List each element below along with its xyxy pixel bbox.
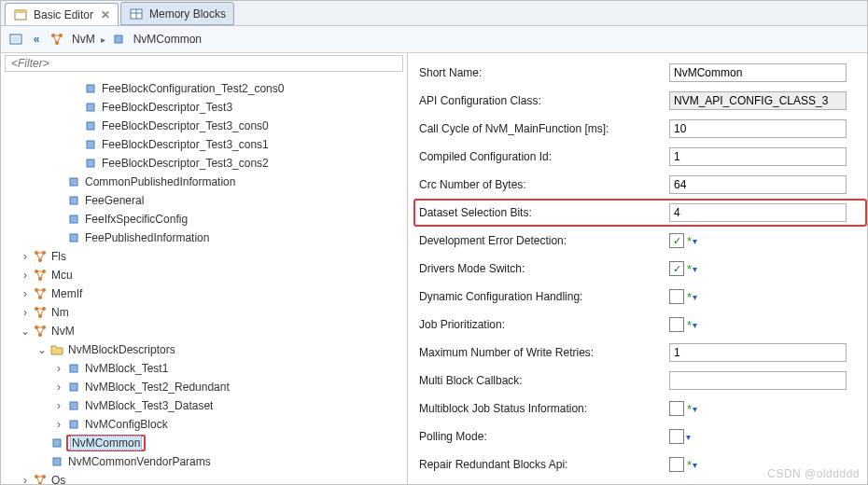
chevron-right-icon[interactable]: › — [51, 399, 66, 412]
property-label: Development Error Detection: — [419, 234, 662, 247]
tab-label: Memory Blocks — [149, 7, 226, 21]
property-input[interactable] — [669, 175, 847, 194]
tree-item[interactable]: ›NvMConfigBlock — [1, 415, 407, 434]
checkbox[interactable] — [669, 289, 684, 304]
tree-item[interactable]: FeeBlockDescriptor_Test3_cons2 — [1, 154, 407, 173]
tree-item[interactable]: ›Nm — [1, 303, 407, 322]
chevron-right-icon[interactable]: › — [51, 362, 66, 375]
dropdown-icon[interactable]: ▾ — [693, 320, 697, 330]
tree-item[interactable]: NvMCommonVendorParams — [1, 452, 407, 471]
tree-item[interactable]: FeeIfxSpecificConfig — [1, 210, 407, 229]
home-icon[interactable] — [8, 32, 23, 47]
chevron-right-icon[interactable]: › — [18, 250, 33, 263]
property-value — [669, 147, 867, 166]
property-input[interactable] — [669, 147, 847, 166]
cube-icon — [66, 398, 81, 413]
property-row: Drivers Mode Switch:✓*▾ — [419, 255, 867, 283]
property-value — [669, 203, 867, 222]
chevron-right-icon[interactable]: › — [51, 381, 66, 394]
dropdown-icon[interactable]: ▾ — [693, 292, 697, 302]
chevron-down-icon[interactable]: ⌄ — [35, 343, 49, 356]
tree-item[interactable]: FeeBlockDescriptor_Test3_cons0 — [1, 117, 407, 135]
property-input[interactable] — [669, 91, 847, 110]
dropdown-icon[interactable]: ▾ — [686, 432, 691, 442]
property-input[interactable] — [669, 63, 847, 82]
toolbar: « NvM ▸ NvMCommon — [1, 26, 867, 53]
property-row: API Configuration Class: — [419, 87, 867, 115]
modified-star-icon: * — [687, 234, 692, 248]
tree-item-label: NvMBlock_Test3_Dataset — [83, 399, 215, 412]
svg-rect-10 — [115, 35, 122, 43]
chevron-right-icon[interactable]: › — [51, 418, 66, 431]
svg-rect-37 — [70, 402, 77, 409]
tree-item[interactable]: FeePublishedInformation — [1, 229, 407, 247]
property-value — [669, 91, 867, 110]
checkbox[interactable] — [669, 401, 684, 416]
tree-item[interactable]: ›Mcu — [1, 266, 407, 284]
property-label: Drivers Mode Switch: — [419, 262, 662, 275]
cube-icon — [49, 436, 64, 450]
config-tree[interactable]: FeeBlockConfiguration_Test2_cons0FeeBloc… — [1, 77, 407, 484]
tree-item[interactable]: FeeBlockDescriptor_Test3_cons1 — [1, 135, 407, 154]
chevron-right-icon[interactable]: › — [18, 287, 33, 300]
tree-panel: FeeBlockConfiguration_Test2_cons0FeeBloc… — [1, 53, 408, 484]
close-icon[interactable]: ✕ — [101, 8, 110, 21]
tree-item-label: CommonPublishedInformation — [83, 175, 237, 188]
chevron-right-icon[interactable]: › — [18, 306, 33, 319]
property-value: *▾ — [669, 289, 867, 304]
modified-star-icon: * — [687, 402, 692, 416]
tree-item[interactable]: ›MemIf — [1, 284, 407, 303]
property-panel: Short Name:API Configuration Class:Call … — [408, 53, 867, 484]
property-input[interactable] — [669, 371, 847, 390]
property-label: API Configuration Class: — [419, 94, 662, 107]
dropdown-icon[interactable]: ▾ — [693, 404, 697, 414]
tab-basic-editor[interactable]: Basic Editor ✕ — [5, 3, 119, 25]
chevron-right-icon[interactable]: › — [18, 269, 33, 282]
modified-star-icon: * — [687, 458, 692, 472]
chevron-down-icon[interactable]: ⌄ — [18, 325, 33, 338]
fold-icon — [49, 342, 64, 357]
tree-item[interactable]: NvMCommon — [1, 434, 407, 452]
back-icon[interactable]: « — [29, 32, 44, 47]
property-label: Short Name: — [419, 66, 662, 79]
dropdown-icon[interactable]: ▾ — [693, 460, 697, 470]
tree-item[interactable]: FeeBlockDescriptor_Test3 — [1, 98, 407, 117]
tree-item-label: FeeGeneral — [83, 194, 146, 207]
checkbox[interactable] — [669, 429, 684, 444]
svg-rect-12 — [87, 104, 94, 111]
tree-item[interactable]: ›Fls — [1, 247, 407, 266]
property-row: Multi Block Callback: — [419, 367, 867, 395]
breadcrumb-root[interactable]: NvM — [72, 33, 95, 46]
property-label: Polling Mode: — [419, 430, 662, 443]
cube-icon — [66, 193, 81, 208]
modified-star-icon: * — [687, 262, 692, 276]
tree-item[interactable]: ⌄NvM — [1, 322, 407, 340]
tree-item[interactable]: FeeBlockConfiguration_Test2_cons0 — [1, 79, 407, 98]
tree-item[interactable]: FeeGeneral — [1, 191, 407, 210]
svg-rect-19 — [70, 234, 77, 242]
svg-rect-1 — [15, 10, 26, 13]
checkbox[interactable] — [669, 317, 684, 332]
tree-item[interactable]: CommonPublishedInformation — [1, 173, 407, 191]
tree-item[interactable]: ›NvMBlock_Test3_Dataset — [1, 396, 407, 415]
tree-item[interactable]: ›NvMBlock_Test1 — [1, 359, 407, 378]
checkbox[interactable]: ✓ — [669, 233, 684, 248]
breadcrumb-leaf[interactable]: NvMCommon — [133, 33, 202, 46]
dropdown-icon[interactable]: ▾ — [693, 264, 697, 274]
tree-item-label: FeeBlockDescriptor_Test3_cons1 — [100, 138, 271, 151]
svg-rect-6 — [12, 36, 20, 42]
checkbox[interactable]: ✓ — [669, 261, 684, 276]
chevron-right-icon[interactable]: › — [18, 474, 33, 484]
tree-item[interactable]: ⌄NvMBlockDescriptors — [1, 340, 407, 359]
property-input[interactable] — [669, 343, 847, 362]
checkbox[interactable] — [669, 457, 684, 472]
filter-input[interactable] — [5, 55, 403, 72]
tree-item-label: Mcu — [49, 269, 75, 282]
dropdown-icon[interactable]: ▾ — [693, 236, 697, 246]
tree-item[interactable]: ›NvMBlock_Test2_Redundant — [1, 378, 407, 396]
tree-item[interactable]: ›Os — [1, 471, 407, 484]
mod-icon — [33, 268, 48, 283]
property-input[interactable] — [669, 119, 847, 138]
property-input[interactable] — [669, 203, 847, 222]
tab-memory-blocks[interactable]: Memory Blocks — [120, 2, 234, 25]
